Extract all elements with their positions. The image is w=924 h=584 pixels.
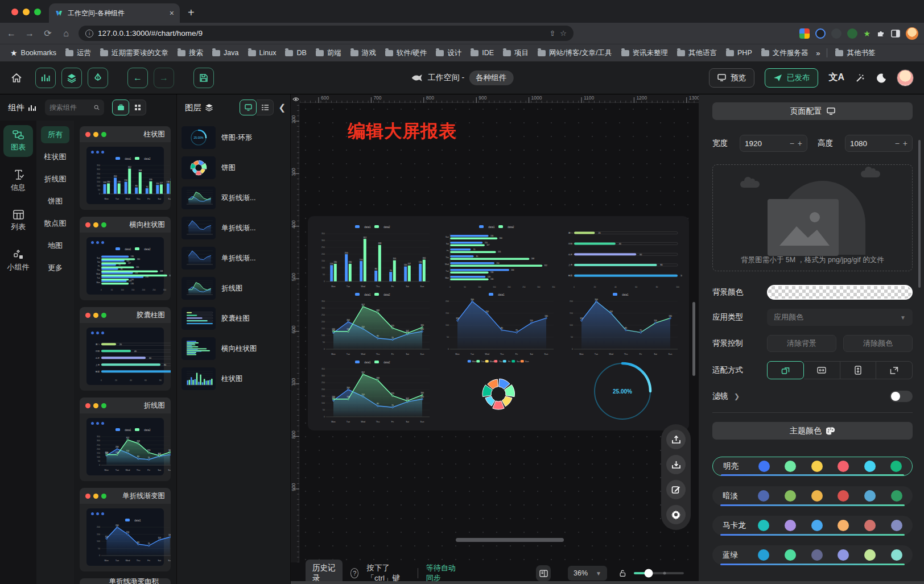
theme-option-马卡龙[interactable]: 马卡龙	[712, 516, 913, 535]
dashboard-title-text[interactable]: 编辑大屏报表	[348, 119, 457, 143]
create-tool-button[interactable]	[88, 68, 108, 88]
settings-icon[interactable]	[666, 505, 686, 524]
language-toggle-icon[interactable]: 文A	[828, 72, 844, 84]
maximize-window-button[interactable]	[34, 9, 41, 15]
nav-item-图表[interactable]: 图表	[3, 125, 33, 157]
filter-toggle[interactable]	[890, 391, 913, 402]
layer-item-单折线渐...[interactable]: 单折线渐...	[182, 247, 286, 270]
layer-item-单折线渐...[interactable]: 单折线渐...	[182, 217, 286, 239]
height-stepper[interactable]: 1080 − +	[845, 135, 913, 152]
extension-star-icon[interactable]: ★	[863, 29, 871, 38]
fit-width-button[interactable]	[804, 361, 840, 379]
canvas-horizontal-scrollbar[interactable]	[456, 538, 564, 542]
share-icon[interactable]: ⇧	[549, 29, 555, 38]
reload-icon[interactable]: ⟳	[42, 28, 53, 39]
category-所有[interactable]: 所有	[41, 126, 69, 143]
address-bar[interactable]: i 127.0.0.1:3000/#/chart/home/9 ⇧ ☆	[79, 26, 574, 41]
bookmark-folder[interactable]: 网站/博客/文章/工具	[534, 47, 615, 60]
design-canvas[interactable]: 6007008009001000110012001300 20030040050…	[291, 94, 699, 562]
dashboard-chart-hbar[interactable]: data1data2120130Mon200130Tue150312Wed802…	[436, 222, 560, 289]
layer-item-横向柱状图[interactable]: 横向柱状图	[182, 337, 286, 360]
category-地图[interactable]: 地图	[41, 237, 69, 254]
background-color-swatch[interactable]	[767, 285, 913, 300]
redo-button[interactable]: →	[154, 68, 174, 88]
grid-view-button[interactable]	[129, 100, 146, 115]
component-card-单折线渐变图[interactable]: 单折线渐变图data105010015020012020015080701101…	[80, 488, 171, 571]
dashboard-chart-line[interactable]: data1data2050100150200250300350120200150…	[312, 289, 436, 357]
height-decrement-button[interactable]: −	[895, 139, 900, 148]
dashboard-chart-line[interactable]: data10501001502001202001508070110130MonT…	[560, 289, 684, 357]
filter-section-label[interactable]: 滤镜❯	[712, 391, 740, 401]
dashboard-chart-gauge[interactable]: 25.00%	[560, 357, 684, 425]
bookmark-folder[interactable]: 前端	[312, 47, 345, 60]
bookmark-folder[interactable]: PHP	[723, 47, 756, 60]
other-bookmarks-folder[interactable]: 其他书签	[832, 47, 878, 60]
close-window-button[interactable]	[11, 9, 18, 15]
bookmark-folder[interactable]: 近期需要读的文章	[97, 47, 172, 60]
bookmark-folder[interactable]: Linux	[245, 47, 280, 60]
settings-scrollbar[interactable]	[918, 140, 921, 288]
height-increment-button[interactable]: +	[903, 139, 908, 148]
minimize-window-button[interactable]	[23, 9, 30, 15]
help-icon[interactable]: ?	[350, 568, 358, 578]
width-value[interactable]: 1920	[745, 139, 786, 148]
window-controls[interactable]	[0, 9, 49, 23]
bookmark-folder[interactable]: Java	[209, 47, 242, 60]
app-home-icon[interactable]	[10, 72, 23, 84]
zoom-slider[interactable]	[634, 572, 684, 574]
dark-mode-moon-icon[interactable]	[876, 73, 886, 83]
zoom-slider-thumb[interactable]	[645, 569, 653, 578]
dashboard-widget-group[interactable]: data1data2050100150200250300350120130Mon…	[308, 216, 689, 430]
collapse-panel-icon[interactable]: ❮	[278, 102, 286, 113]
theme-option-蓝绿[interactable]: 蓝绿	[712, 545, 913, 565]
category-更多[interactable]: 更多	[41, 259, 69, 276]
browser-profile-avatar[interactable]	[906, 27, 918, 40]
apply-type-select[interactable]: 应用颜色 ▼	[767, 309, 913, 326]
layer-item-饼图-环形[interactable]: 25.00%饼图-环形	[182, 126, 286, 149]
user-avatar[interactable]	[897, 69, 914, 86]
extension-icon[interactable]	[815, 28, 826, 39]
bookmark-folder[interactable]: 游戏	[347, 47, 380, 60]
clear-color-button[interactable]: 清除颜色	[843, 335, 913, 352]
component-card-柱状图[interactable]: 柱状图data1data2050100150200250300350120130…	[80, 126, 171, 210]
tab-close-icon[interactable]: ×	[170, 9, 174, 18]
forward-icon[interactable]: →	[24, 28, 35, 39]
extension-icon[interactable]	[831, 28, 842, 39]
magic-wand-icon[interactable]	[855, 72, 866, 84]
layer-item-折线图[interactable]: 折线图	[182, 277, 286, 300]
bookmarks-overflow-icon[interactable]: »	[814, 49, 822, 57]
bookmark-folder[interactable]: 软件/硬件	[382, 47, 430, 60]
layer-item-饼图[interactable]: 饼图	[182, 156, 286, 179]
back-icon[interactable]: ←	[6, 28, 17, 39]
bookmark-star-icon[interactable]: ☆	[560, 29, 567, 38]
component-card-单折线渐变面积图[interactable]: 单折线渐变面积图data1050100150200120200150807011…	[80, 578, 171, 584]
component-card-横向柱状图[interactable]: 横向柱状图data1data2120130Mon200130Tue150312W…	[80, 217, 171, 300]
bookmark-folder[interactable]: 搜索	[174, 47, 207, 60]
height-value[interactable]: 1080	[850, 139, 892, 148]
width-stepper[interactable]: 1920 − +	[740, 135, 807, 152]
undo-button[interactable]: ←	[127, 68, 148, 88]
bookmark-folder[interactable]: 其他语言	[674, 47, 720, 60]
layer-item-双折线渐...[interactable]: 双折线渐...	[182, 187, 286, 209]
unlock-icon[interactable]	[620, 569, 626, 578]
component-search[interactable]	[45, 100, 104, 115]
list-view-button[interactable]	[257, 100, 274, 115]
component-card-胶囊柱图[interactable]: 胶囊柱图厦门20南阳40北京60上海80新疆100020406080100	[80, 307, 171, 391]
category-柱状图[interactable]: 柱状图	[41, 148, 69, 165]
bookmarks-root[interactable]: ★Bookmarks	[7, 47, 60, 59]
layers-tool-button[interactable]	[61, 68, 82, 88]
nav-item-信息[interactable]: 信息	[3, 165, 33, 197]
width-decrement-button[interactable]: −	[790, 139, 794, 148]
fit-height-button[interactable]	[840, 361, 877, 379]
layer-item-胶囊柱图[interactable]: 胶囊柱图	[182, 307, 286, 330]
extension-icon[interactable]	[799, 28, 810, 39]
console-panel-button[interactable]	[536, 565, 551, 581]
theme-option-暗淡[interactable]: 暗淡	[712, 486, 913, 506]
clear-background-button[interactable]: 清除背景	[767, 335, 836, 352]
dashboard-chart-pie[interactable]: MonTueWedThuFriSatSun	[436, 357, 560, 425]
canvas-vertical-scrollbar[interactable]	[692, 302, 695, 376]
ruler-visibility-eye-icon[interactable]	[291, 95, 300, 103]
width-increment-button[interactable]: +	[798, 139, 802, 148]
component-view-button[interactable]	[112, 100, 129, 115]
history-button[interactable]: 历史记录	[306, 560, 343, 584]
